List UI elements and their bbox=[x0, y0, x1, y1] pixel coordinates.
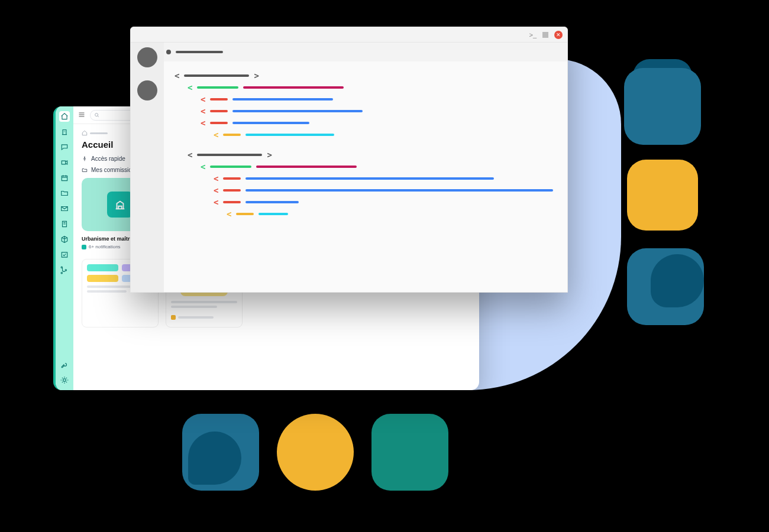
nav-video-icon[interactable] bbox=[59, 157, 70, 168]
deco-shape bbox=[651, 254, 704, 307]
breadcrumb-placeholder bbox=[90, 132, 108, 134]
code-line: <> bbox=[175, 70, 557, 82]
nav-gear-icon[interactable] bbox=[59, 375, 70, 385]
pin-icon bbox=[82, 156, 88, 162]
code-body[interactable]: <><<<<<<><<<<< bbox=[164, 61, 567, 292]
tab-label-placeholder[interactable] bbox=[176, 51, 223, 53]
maximize-button[interactable] bbox=[542, 32, 548, 38]
chip[interactable] bbox=[87, 264, 118, 271]
code-line: < bbox=[201, 161, 557, 173]
nav-check-icon[interactable] bbox=[59, 249, 70, 260]
code-line bbox=[175, 141, 557, 149]
notification-label: 6+ notifications bbox=[89, 244, 121, 249]
deco-shape bbox=[277, 414, 354, 491]
nav-building-icon[interactable] bbox=[59, 126, 70, 137]
code-line: < bbox=[214, 129, 557, 141]
nav-folder-icon[interactable] bbox=[59, 188, 70, 199]
code-line: < bbox=[214, 196, 557, 208]
code-line: < bbox=[214, 184, 557, 196]
window-titlebar: >_ ✕ bbox=[131, 27, 567, 43]
home-icon bbox=[82, 130, 88, 136]
nav-chat-icon[interactable] bbox=[59, 142, 70, 153]
code-line: < bbox=[201, 93, 557, 105]
menu-icon[interactable] bbox=[78, 110, 85, 121]
code-line: < bbox=[201, 105, 557, 117]
nav-key-icon[interactable] bbox=[59, 359, 70, 370]
deco-shape bbox=[624, 68, 701, 145]
code-line: < bbox=[227, 208, 557, 220]
avatar[interactable] bbox=[137, 47, 157, 67]
deco-shape bbox=[371, 414, 448, 491]
close-button[interactable]: ✕ bbox=[554, 31, 563, 39]
code-editor-window: >_ ✕ <><<<<<<><<<<< bbox=[130, 27, 568, 293]
nav-note-icon[interactable] bbox=[59, 219, 70, 229]
nav-cube-icon[interactable] bbox=[59, 234, 70, 245]
nav-rail bbox=[56, 106, 73, 390]
tab-modified-dot bbox=[166, 50, 171, 54]
editor-tabbar bbox=[131, 43, 567, 61]
avatar[interactable] bbox=[137, 80, 157, 100]
code-line: < bbox=[214, 173, 557, 184]
editor-gutter bbox=[131, 43, 164, 292]
nav-home-icon[interactable] bbox=[59, 111, 70, 122]
svg-point-0 bbox=[95, 113, 98, 116]
terminal-icon[interactable]: >_ bbox=[529, 31, 537, 38]
nav-calendar-icon[interactable] bbox=[59, 173, 70, 183]
building-icon bbox=[107, 192, 133, 218]
notification-dot bbox=[82, 245, 86, 249]
folder-icon bbox=[82, 167, 88, 173]
code-line: < bbox=[201, 117, 557, 129]
nav-mail-icon[interactable] bbox=[59, 203, 70, 214]
deco-shape bbox=[188, 432, 241, 485]
code-line: <> bbox=[188, 149, 557, 161]
chip[interactable] bbox=[87, 275, 118, 282]
deco-shape bbox=[627, 160, 698, 231]
quick-access-label: Accès rapide bbox=[91, 155, 125, 162]
code-line: < bbox=[188, 82, 557, 93]
nav-git-icon[interactable] bbox=[59, 265, 70, 275]
